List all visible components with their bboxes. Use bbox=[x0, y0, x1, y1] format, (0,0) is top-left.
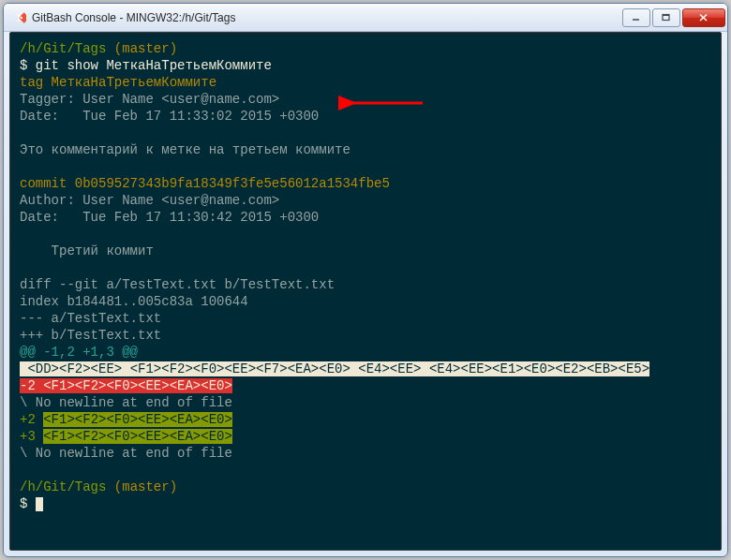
gitbash-icon bbox=[11, 10, 26, 25]
blank-line bbox=[20, 125, 711, 141]
blank-line bbox=[20, 259, 711, 276]
app-window: GitBash Console - MINGW32:/h/Git/Tags /h… bbox=[3, 3, 728, 557]
window-title: GitBash Console - MINGW32:/h/Git/Tags bbox=[32, 11, 620, 24]
diff-header-4: +++ b/TestText.txt bbox=[20, 327, 711, 344]
commit-line: commit 0b059527343b9fa18349f3fe5e56012a1… bbox=[20, 175, 711, 192]
commit-message: Третий коммит bbox=[20, 243, 711, 259]
maximize-button[interactable] bbox=[652, 8, 680, 27]
minimize-button[interactable] bbox=[622, 8, 650, 27]
diff-addition-line-1: +2 <F1><F2><F0><EE><EA><E0> bbox=[20, 411, 711, 428]
diff-deletion-line: -2 <F1><F2><F0><EE><EA><E0> bbox=[20, 377, 711, 394]
window-controls bbox=[620, 8, 725, 27]
diff-header-3: --- a/TestText.txt bbox=[20, 310, 711, 327]
no-newline-1: \ No newline at end of file bbox=[20, 394, 711, 411]
diff-header-1: diff --git a/TestText.txt b/TestText.txt bbox=[20, 276, 711, 293]
command-line-2: $ bbox=[20, 495, 711, 512]
tag-date-line: Date: Tue Feb 17 11:33:02 2015 +0300 bbox=[20, 108, 711, 125]
titlebar[interactable]: GitBash Console - MINGW32:/h/Git/Tags bbox=[4, 4, 727, 32]
cursor bbox=[36, 497, 43, 511]
commit-date-line: Date: Tue Feb 17 11:30:42 2015 +0300 bbox=[20, 209, 711, 226]
tagger-line: Tagger: User Name <user@name.com> bbox=[20, 91, 711, 108]
blank-line bbox=[20, 226, 711, 243]
prompt-line: /h/Git/Tags (master) bbox=[20, 40, 711, 57]
terminal[interactable]: /h/Git/Tags (master) $ git show МеткаНаТ… bbox=[9, 32, 722, 551]
diff-context-line: <DD><F2><EE> <F1><F2><F0><EE><F7><EA><E0… bbox=[20, 361, 711, 377]
close-button[interactable] bbox=[682, 8, 725, 27]
tag-message: Это комментарий к метке на третьем комми… bbox=[20, 141, 711, 158]
diff-hunk: @@ -1,2 +1,3 @@ bbox=[20, 344, 711, 361]
command-line: $ git show МеткаНаТретьемКоммите bbox=[20, 57, 711, 74]
blank-line bbox=[20, 462, 711, 479]
diff-header-2: index b184481..005c83a 100644 bbox=[20, 293, 711, 310]
diff-addition-line-2: +3 <F1><F2><F0><EE><EA><E0> bbox=[20, 428, 711, 445]
author-line: Author: User Name <user@name.com> bbox=[20, 192, 711, 209]
blank-line bbox=[20, 158, 711, 175]
no-newline-2: \ No newline at end of file bbox=[20, 445, 711, 462]
tag-header: tag МеткаНаТретьемКоммите bbox=[20, 74, 711, 91]
prompt-line-2: /h/Git/Tags (master) bbox=[20, 479, 711, 495]
